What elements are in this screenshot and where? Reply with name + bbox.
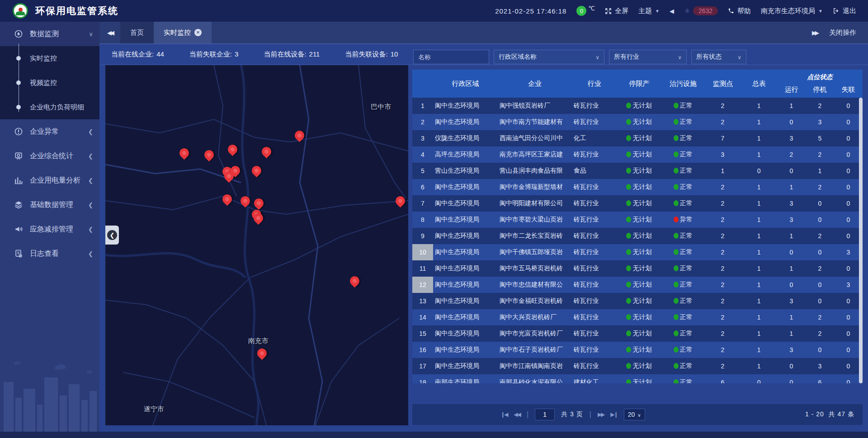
map-panel[interactable]: 巴中市南充市遂宁市 bbox=[105, 65, 408, 425]
chevron-left-icon: ❮ bbox=[88, 226, 93, 233]
status-dot-normal bbox=[674, 119, 679, 125]
status-dot-normal bbox=[626, 119, 631, 125]
status-dot-normal bbox=[674, 184, 679, 190]
row-index: 4 bbox=[412, 146, 433, 163]
tabs-scroll-left-button[interactable]: ◀◀ bbox=[99, 22, 120, 43]
status-dot-normal bbox=[674, 265, 679, 271]
tab-close-icon[interactable] bbox=[194, 29, 202, 36]
col-company: 企业 bbox=[498, 70, 572, 98]
page-size-select[interactable]: 20 bbox=[624, 409, 645, 420]
cell-monitor: 2 bbox=[704, 184, 741, 191]
table-row[interactable]: 3仪陇生态环境局西南油气田分公司川中化工无计划正常71350 bbox=[412, 130, 863, 146]
cell-lost: 0 bbox=[834, 135, 863, 142]
sidebar-item-1[interactable]: 数据监测∨ bbox=[0, 22, 99, 46]
table-row[interactable]: 18南部生态环境局南部县砂化水泥有限公建材化工无计划正常60060 bbox=[412, 374, 863, 383]
cell-industry: 砖瓦行业 bbox=[572, 281, 617, 289]
cell-run: 0 bbox=[777, 118, 806, 126]
table-row[interactable]: 4高坪生态环境局南充市高坪区王家店建砖瓦行业无计划正常31220 bbox=[412, 146, 863, 163]
fullscreen-button[interactable]: 全屏 bbox=[605, 7, 628, 15]
map-city-label: 巴中市 bbox=[371, 102, 391, 111]
table-row[interactable]: 8阆中生态环境局阆中市枣碧大梁山页岩砖瓦行业无计划异常21300 bbox=[412, 212, 863, 228]
cell-company: 阆中市江南镇阆南页岩 bbox=[498, 362, 572, 370]
cell-industry: 砖瓦行业 bbox=[572, 264, 617, 273]
col-total: 总表 bbox=[741, 70, 777, 98]
stat-label: 当前在线设备: bbox=[264, 50, 306, 59]
sidebar-subitem[interactable]: 视频监控 bbox=[0, 71, 99, 95]
sidebar-subitem[interactable]: 企业电力负荷明细 bbox=[0, 95, 99, 119]
status-dot-abnormal bbox=[674, 217, 679, 222]
sidebar-item-2[interactable]: 企业异常❮ bbox=[0, 119, 99, 144]
page-number-input[interactable] bbox=[535, 409, 555, 420]
table-row[interactable]: 6阆中生态环境局阆中市金博瑞新型墙材砖瓦行业无计划正常21120 bbox=[412, 179, 863, 195]
user-org-dropdown[interactable]: 南充市生态环境局 ▼ bbox=[761, 7, 823, 15]
cell-stop: 2 bbox=[806, 102, 834, 109]
sidebar-item-7[interactable]: 日志查看❮ bbox=[0, 241, 99, 266]
stat-item: 当前在线设备:211 bbox=[264, 50, 320, 59]
theme-dropdown[interactable]: 主题 ▼ bbox=[638, 7, 660, 15]
voice-mute-icon[interactable]: ◀ bbox=[670, 8, 674, 14]
tabs-scroll-right-button[interactable]: ▶▶ bbox=[812, 29, 817, 36]
table-scrollbar[interactable] bbox=[859, 98, 863, 383]
tab-home[interactable]: 首页 bbox=[120, 22, 154, 43]
cell-production: 无计划 bbox=[617, 346, 661, 354]
temperature-indicator: 0 ℃ bbox=[576, 6, 595, 16]
table-row[interactable]: 12阆中生态环境局阆中市忠信建材有限公砖瓦行业无计划正常21003 bbox=[412, 277, 863, 293]
cell-industry: 化工 bbox=[572, 134, 617, 142]
prev-page-button[interactable] bbox=[514, 411, 520, 418]
name-search-input[interactable] bbox=[413, 50, 489, 64]
map-city-label: 南充市 bbox=[248, 336, 269, 345]
status-dot-normal bbox=[626, 184, 631, 190]
exit-icon bbox=[833, 8, 840, 14]
cell-monitor: 2 bbox=[704, 314, 741, 321]
chevron-left-icon: ❮ bbox=[88, 250, 93, 257]
table-row[interactable]: 5营山生态环境局营山县润丰肉食品有限食品无计划正常10010 bbox=[412, 163, 863, 179]
industry-select[interactable]: 所有行业 bbox=[609, 50, 687, 64]
table-row[interactable]: 16阆中生态环境局阆中市石子页岩机砖厂砖瓦行业无计划正常21300 bbox=[412, 342, 863, 358]
cell-monitor: 7 bbox=[704, 135, 741, 142]
table-row[interactable]: 11阆中生态环境局阆中市五马桥页岩机砖砖瓦行业无计划正常21120 bbox=[412, 260, 863, 277]
tab-realtime-monitor[interactable]: 实时监控 bbox=[154, 22, 212, 43]
table-row[interactable]: 14阆中生态环境局阆中大兴页岩机砖厂砖瓦行业无计划正常21120 bbox=[412, 309, 863, 325]
cell-monitor: 2 bbox=[704, 200, 741, 207]
status-dot-normal bbox=[626, 379, 631, 383]
col-monitor: 监测点 bbox=[705, 70, 741, 98]
map-collapse-handle[interactable] bbox=[105, 226, 119, 245]
cell-monitor: 2 bbox=[704, 346, 741, 353]
temperature-unit: ℃ bbox=[588, 5, 595, 12]
cell-lost: 0 bbox=[834, 363, 863, 370]
status-select[interactable]: 所有状态 bbox=[691, 50, 746, 64]
cell-stop: 2 bbox=[806, 330, 834, 337]
cell-total: 1 bbox=[741, 151, 777, 158]
logout-button[interactable]: 退出 bbox=[833, 7, 856, 15]
table-row[interactable]: 10阆中生态环境局阆中千佛镇五郎垭页岩砖瓦行业无计划正常21003 bbox=[412, 244, 863, 260]
table-row[interactable]: 13阆中生态环境局阆中市金福旺页岩机砖砖瓦行业无计划正常21300 bbox=[412, 293, 863, 309]
cell-industry: 砖瓦行业 bbox=[572, 216, 617, 224]
next-page-button[interactable] bbox=[598, 411, 604, 418]
region-select[interactable]: 行政区域名称 bbox=[494, 50, 604, 64]
sidebar-item-3[interactable]: 企业综合统计❮ bbox=[0, 144, 99, 168]
close-operations-button[interactable]: 关闭操作 bbox=[829, 28, 856, 37]
last-page-button[interactable] bbox=[610, 411, 617, 418]
status-dot-normal bbox=[626, 363, 631, 369]
cell-total: 1 bbox=[741, 135, 777, 142]
table-row[interactable]: 7阆中生态环境局阆中明阳建材有限公司砖瓦行业无计划正常21300 bbox=[412, 195, 863, 212]
sidebar-item-4[interactable]: 企业用电量分析❮ bbox=[0, 168, 99, 193]
cell-stop: 0 bbox=[806, 297, 834, 305]
table-row[interactable]: 2阆中生态环境局阆中市南方节能建材有砖瓦行业无计划正常21030 bbox=[412, 114, 863, 130]
sidebar-subitem[interactable]: 实时监控 bbox=[0, 46, 99, 71]
table-row[interactable]: 17阆中生态环境局阆中市江南镇阆南页岩砖瓦行业无计划正常21030 bbox=[412, 358, 863, 374]
sidebar-item-5[interactable]: 基础数据管理❮ bbox=[0, 193, 99, 217]
first-page-button[interactable] bbox=[500, 411, 507, 418]
cell-run: 3 bbox=[777, 297, 806, 305]
status-dot-normal bbox=[674, 151, 679, 157]
sidebar-item-6[interactable]: 应急减排管理❮ bbox=[0, 217, 99, 241]
notification-button[interactable]: 2632 bbox=[684, 6, 718, 15]
status-dot-normal bbox=[674, 330, 679, 336]
sidebar-item-label: 企业用电量分析 bbox=[30, 176, 88, 185]
table-row[interactable]: 9阆中生态环境局阆中市二龙长宝页岩砖砖瓦行业无计划正常21120 bbox=[412, 228, 863, 244]
cell-region: 营山生态环境局 bbox=[433, 167, 498, 175]
table-row[interactable]: 1阆中生态环境局阆中强锐页岩砖厂砖瓦行业无计划正常21120 bbox=[412, 98, 863, 114]
table-row[interactable]: 15阆中生态环境局阆中市光富页岩机砖厂砖瓦行业无计划正常21120 bbox=[412, 325, 863, 342]
bell-icon bbox=[684, 8, 690, 14]
help-button[interactable]: 帮助 bbox=[728, 7, 751, 15]
